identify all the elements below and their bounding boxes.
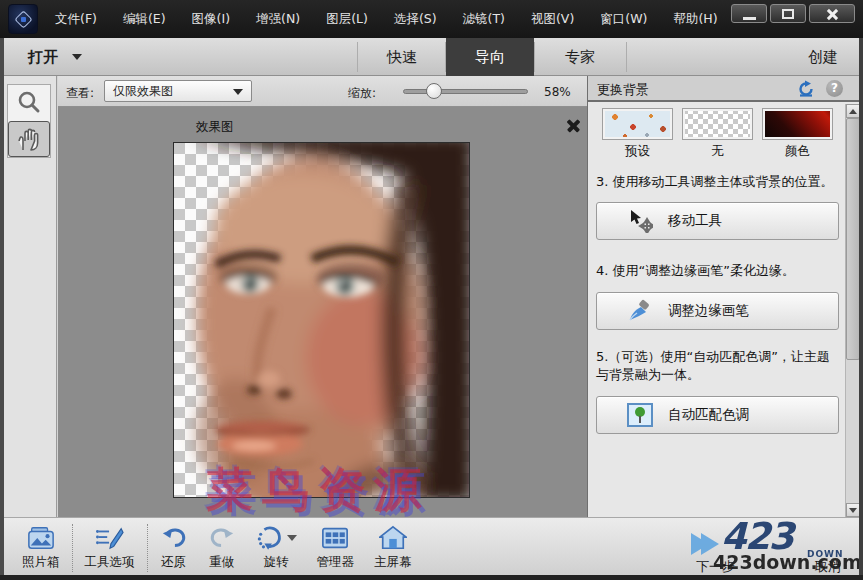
tool-options-icon xyxy=(96,525,124,551)
preview-close-icon[interactable] xyxy=(566,118,581,133)
thumbnail-label: 预设 xyxy=(602,143,673,160)
menu-edit[interactable]: 编辑(E) xyxy=(123,11,166,28)
mode-tab-bar: 打开 快速 导向 专家 创建 xyxy=(0,38,863,76)
home-screen-button[interactable]: 主屏幕 xyxy=(364,522,422,574)
zoom-tool-button[interactable] xyxy=(8,85,50,121)
zoom-slider-track[interactable] xyxy=(403,89,528,94)
tab-quick[interactable]: 快速 xyxy=(358,38,446,76)
canvas-area: 效果图 xyxy=(58,107,587,517)
chevron-down-icon xyxy=(287,535,297,541)
thumbnail-color[interactable]: 颜色 xyxy=(762,108,833,160)
maximize-icon xyxy=(782,9,794,19)
menu-image[interactable]: 图像(I) xyxy=(192,11,230,28)
organizer-label: 管理器 xyxy=(317,554,355,571)
window-frame xyxy=(0,38,4,580)
auto-match-icon xyxy=(627,403,653,427)
triangle-down-icon xyxy=(849,508,857,513)
home-screen-label: 主屏幕 xyxy=(374,554,412,571)
tab-guided[interactable]: 导向 xyxy=(446,38,534,76)
cancel-button[interactable]: 取消 xyxy=(815,558,841,576)
move-tool-button[interactable]: 移动工具 xyxy=(596,202,839,240)
open-label: 打开 xyxy=(28,48,58,67)
hand-tool-button[interactable] xyxy=(8,121,50,157)
scroll-down-button[interactable] xyxy=(846,503,860,517)
next-step-button[interactable]: 下一步 xyxy=(696,558,735,576)
triangle-up-icon xyxy=(849,109,857,114)
refine-edge-brush-button[interactable]: 调整边缘画笔 xyxy=(596,292,839,330)
tab-create[interactable]: 创建 xyxy=(788,38,858,76)
thumbnail-none[interactable]: 无 xyxy=(682,108,753,160)
separator xyxy=(147,524,148,572)
rotate-button[interactable]: 旋转 xyxy=(246,522,307,574)
title-bar: 文件(F) 编辑(E) 图像(I) 增强(N) 图层(L) 选择(S) 滤镜(T… xyxy=(0,0,863,38)
step-4-text: 4. 使用“调整边缘画笔”柔化边缘。 xyxy=(596,262,838,280)
photo-bin-icon xyxy=(27,525,55,551)
panel-header: 更换背景 ? xyxy=(588,76,859,102)
close-button[interactable] xyxy=(809,4,855,23)
photo-bin-button[interactable]: 照片箱 xyxy=(12,522,70,574)
rotate-label: 旋转 xyxy=(264,554,289,571)
brush-icon xyxy=(627,299,653,323)
maximize-button[interactable] xyxy=(770,4,806,23)
tool-box xyxy=(7,84,51,158)
reset-icon[interactable] xyxy=(797,80,815,98)
chevron-down-icon xyxy=(72,54,82,60)
panel-title: 更换背景 xyxy=(597,81,649,99)
redo-icon xyxy=(208,525,236,551)
menu-filter[interactable]: 滤镜(T) xyxy=(463,11,505,28)
rotate-icon xyxy=(256,525,284,551)
tool-options-button[interactable]: 工具选项 xyxy=(75,522,145,574)
separator xyxy=(72,524,73,572)
thumbnail-label: 颜色 xyxy=(762,143,833,160)
scroll-up-button[interactable] xyxy=(846,104,860,118)
taskbar: 照片箱 工具选项 还原 xyxy=(0,517,863,575)
redo-button[interactable]: 重做 xyxy=(198,522,246,574)
menu-view[interactable]: 视图(V) xyxy=(531,11,574,28)
zoom-percent-value: 58% xyxy=(544,85,571,99)
undo-button[interactable]: 还原 xyxy=(150,522,198,574)
window-controls xyxy=(731,4,855,23)
none-thumbnail-image[interactable] xyxy=(682,108,753,140)
preset-thumbnail-image[interactable] xyxy=(602,108,673,140)
hand-icon xyxy=(15,126,43,152)
chevron-down-icon xyxy=(233,89,243,95)
organizer-button[interactable]: 管理器 xyxy=(307,522,365,574)
menu-layer[interactable]: 图层(L) xyxy=(326,11,368,28)
view-dropdown[interactable]: 仅限效果图 xyxy=(104,80,252,102)
photo-image[interactable] xyxy=(174,143,469,497)
auto-match-color-label: 自动匹配色调 xyxy=(668,406,749,424)
app-logo-icon xyxy=(8,4,38,34)
menu-help[interactable]: 帮助(H) xyxy=(673,11,717,28)
auto-match-color-button[interactable]: 自动匹配色调 xyxy=(596,396,839,434)
tool-strip xyxy=(4,76,57,517)
view-label: 查看: xyxy=(66,85,94,102)
move-tool-label: 移动工具 xyxy=(668,212,722,230)
help-icon[interactable]: ? xyxy=(826,80,843,97)
thumbnail-preset[interactable]: 预设 xyxy=(602,108,673,160)
magnifier-icon xyxy=(15,90,43,116)
open-button[interactable]: 打开 xyxy=(28,46,82,68)
minimize-button[interactable] xyxy=(731,4,767,23)
zoom-label: 缩放: xyxy=(348,85,376,102)
color-thumbnail-image[interactable] xyxy=(762,108,833,140)
menu-window[interactable]: 窗口(W) xyxy=(600,11,647,28)
options-bar: 查看: 仅限效果图 缩放: 58% xyxy=(58,76,587,107)
guided-panel: 更换背景 ? 预设 无 颜色 xyxy=(588,76,859,517)
undo-label: 还原 xyxy=(161,554,186,571)
menu-file[interactable]: 文件(F) xyxy=(55,11,97,28)
tab-expert[interactable]: 专家 xyxy=(535,38,625,76)
scrollbar-thumb[interactable] xyxy=(846,118,860,360)
organizer-icon xyxy=(321,525,349,551)
move-tool-icon xyxy=(627,209,653,233)
zoom-slider-handle[interactable] xyxy=(426,83,442,99)
panel-scrollbar[interactable] xyxy=(845,104,859,517)
menu-enhance[interactable]: 增强(N) xyxy=(256,11,300,28)
undo-icon xyxy=(160,525,188,551)
close-icon xyxy=(825,8,839,21)
photo-bin-label: 照片箱 xyxy=(22,554,60,571)
refine-edge-brush-label: 调整边缘画笔 xyxy=(668,302,749,320)
menu-select[interactable]: 选择(S) xyxy=(394,11,437,28)
panel-body: 预设 无 颜色 3. 使用移动工具调整主体或背景的位置。 xyxy=(588,104,844,517)
background-thumbnails: 预设 无 颜色 xyxy=(602,108,838,160)
application-window: 文件(F) 编辑(E) 图像(I) 增强(N) 图层(L) 选择(S) 滤镜(T… xyxy=(0,0,863,580)
